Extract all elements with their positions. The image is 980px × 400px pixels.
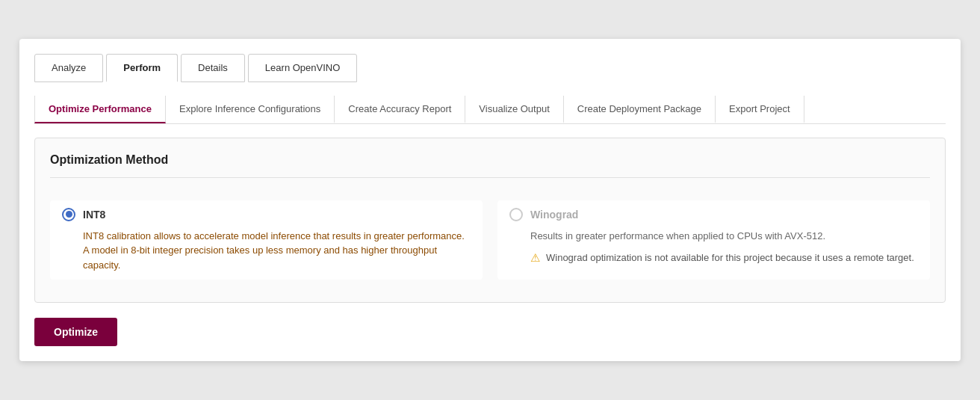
options-grid: INT8 INT8 calibration allows to accelera… [50,193,930,288]
section-title: Optimization Method [50,153,930,178]
option-winograd-label: Winograd [530,209,578,221]
subtab-optimize-performance[interactable]: Optimize Performance [34,96,166,123]
radio-int8[interactable] [62,208,75,221]
tab-learn-openvino[interactable]: Learn OpenVINO [248,54,357,82]
option-winograd: Winograd Results in greater performance … [497,200,930,280]
top-tabs: Analyze Perform Details Learn OpenVINO [34,54,946,82]
winograd-warning-text: Winograd optimization is not available f… [546,250,914,265]
winograd-warning-box: ⚠ Winograd optimization is not available… [530,250,918,265]
tab-perform[interactable]: Perform [106,54,178,82]
main-container: Analyze Perform Details Learn OpenVINO O… [19,39,961,362]
warning-triangle-icon: ⚠ [530,251,540,265]
radio-winograd[interactable] [509,208,523,221]
subtab-visualize-output[interactable]: Visualize Output [465,96,563,123]
option-winograd-header[interactable]: Winograd [509,208,918,221]
subtab-explore-inference[interactable]: Explore Inference Configurations [166,96,335,123]
tab-analyze[interactable]: Analyze [34,54,103,82]
subtab-create-deployment[interactable]: Create Deployment Package [564,96,716,123]
option-int8-description: INT8 calibration allows to accelerate mo… [83,229,471,273]
option-int8: INT8 INT8 calibration allows to accelera… [50,200,483,280]
option-int8-label: INT8 [83,209,105,221]
optimize-button[interactable]: Optimize [34,318,117,346]
tab-details[interactable]: Details [181,54,245,82]
sub-tabs: Optimize Performance Explore Inference C… [34,96,946,124]
option-int8-header[interactable]: INT8 [62,208,471,221]
option-winograd-description: Results in greater performance when appl… [530,229,918,244]
subtab-export-project[interactable]: Export Project [716,96,804,123]
subtab-create-accuracy-report[interactable]: Create Accuracy Report [335,96,465,123]
content-area: Optimization Method INT8 INT8 calibratio… [34,138,946,304]
